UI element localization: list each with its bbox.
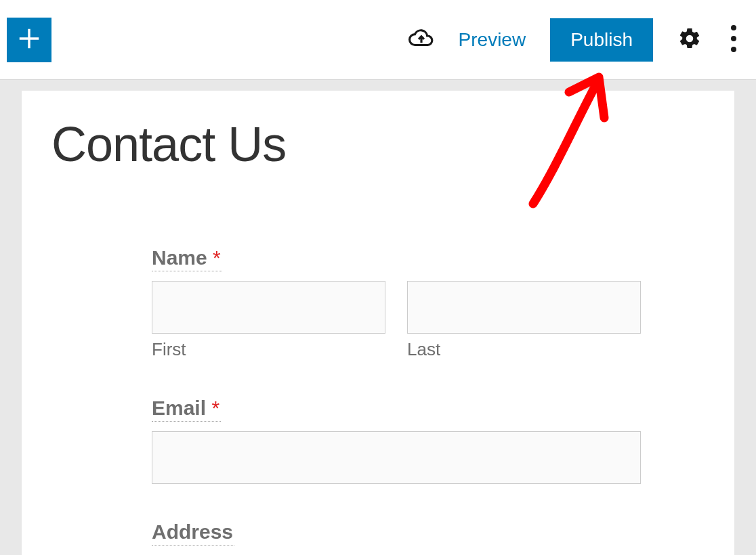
- svg-point-2: [731, 25, 736, 30]
- page-title[interactable]: Contact Us: [51, 116, 705, 172]
- contact-form: Name * First Last Email *: [51, 246, 705, 555]
- preview-button[interactable]: Preview: [459, 29, 526, 51]
- plus-icon: [16, 26, 42, 54]
- email-label-text: Email: [152, 397, 211, 419]
- first-name-input[interactable]: [152, 281, 385, 334]
- name-label: Name *: [152, 246, 222, 271]
- name-label-text: Name: [152, 246, 213, 269]
- required-mark: *: [213, 246, 221, 269]
- name-field: Name * First Last: [152, 246, 641, 360]
- address-label: Address: [152, 520, 234, 546]
- toolbar-actions: Preview Publish: [408, 18, 741, 62]
- settings-button[interactable]: [677, 26, 702, 53]
- first-name-sublabel: First: [152, 339, 385, 360]
- more-options-button[interactable]: [726, 25, 741, 55]
- cloud-upload-icon[interactable]: [408, 26, 434, 54]
- kebab-menu-icon: [730, 25, 737, 55]
- last-name-sublabel: Last: [407, 339, 641, 360]
- page: Contact Us Name * First Last: [22, 91, 734, 555]
- email-label: Email *: [152, 397, 221, 422]
- editor-toolbar: Preview Publish: [0, 0, 756, 80]
- email-field: Email *: [152, 397, 641, 484]
- gear-icon: [677, 26, 702, 53]
- last-name-input[interactable]: [407, 281, 641, 334]
- svg-point-4: [731, 47, 736, 52]
- publish-button[interactable]: Publish: [550, 18, 653, 62]
- required-mark: *: [211, 397, 219, 419]
- add-block-button[interactable]: [7, 18, 51, 62]
- email-input[interactable]: [152, 431, 641, 484]
- svg-point-3: [731, 36, 736, 41]
- address-field: Address: [152, 520, 641, 555]
- editor-canvas: Contact Us Name * First Last: [0, 80, 756, 555]
